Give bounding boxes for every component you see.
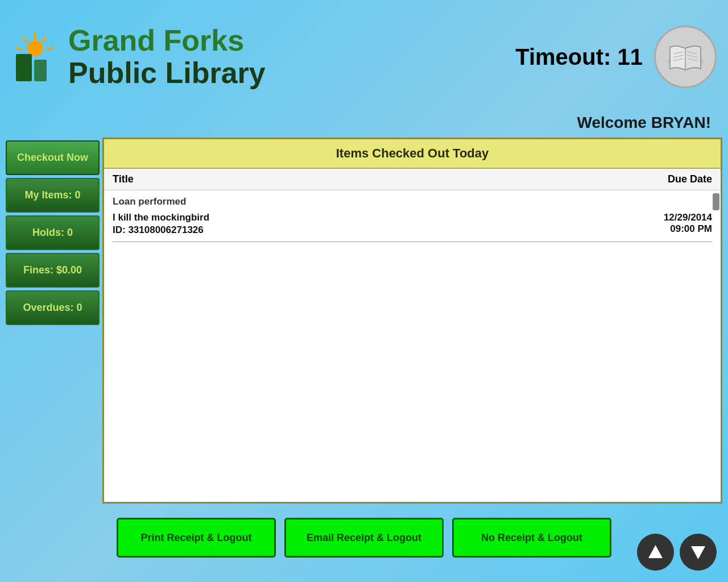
loan-item-due: 12/29/2014 09:00 PM xyxy=(664,212,712,235)
svg-rect-7 xyxy=(34,60,47,81)
logo-area: Grand Forks Public Library xyxy=(11,24,266,89)
sidebar-item-fines[interactable]: Fines: $0.00 xyxy=(6,253,100,288)
svg-line-2 xyxy=(16,47,23,50)
loan-section-header: Loan performed xyxy=(113,196,712,207)
loan-item: I kill the mockingbird ID: 3310800627132… xyxy=(113,212,712,236)
loan-item-title: I kill the mockingbird xyxy=(113,212,209,223)
sidebar-item-overdues[interactable]: Overdues: 0 xyxy=(6,290,100,325)
sidebar-item-checkout-now[interactable]: Checkout Now xyxy=(6,140,100,175)
content-panel: Items Checked Out Today Title Due Date L… xyxy=(102,138,722,504)
timeout-display: Timeout: 11 xyxy=(515,44,643,70)
sidebar-item-my-items[interactable]: My Items: 0 xyxy=(6,178,100,213)
header-right: Timeout: 11 xyxy=(515,26,717,88)
nav-arrows xyxy=(637,534,717,571)
svg-marker-16 xyxy=(648,545,663,558)
open-book-icon xyxy=(664,36,707,78)
down-arrow-icon xyxy=(688,542,708,562)
svg-line-3 xyxy=(42,37,47,43)
welcome-message: Welcome BRYAN! xyxy=(0,114,728,138)
loan-item-info: I kill the mockingbird ID: 3310800627132… xyxy=(113,212,209,236)
bottom-bar: Print Receipt & Logout Email Receipt & L… xyxy=(0,509,728,566)
loan-due-time: 09:00 PM xyxy=(664,223,712,235)
svg-line-1 xyxy=(23,37,27,43)
scrollbar[interactable] xyxy=(713,193,719,210)
library-name-line1: Grand Forks xyxy=(68,24,266,57)
sidebar-item-holds[interactable]: Holds: 0 xyxy=(6,215,100,250)
up-arrow-icon xyxy=(646,542,665,562)
email-receipt-button[interactable]: Email Receipt & Logout xyxy=(284,518,444,558)
item-divider xyxy=(113,242,712,242)
library-name-line2: Public Library xyxy=(68,57,266,89)
print-receipt-button[interactable]: Print Receipt & Logout xyxy=(117,518,276,558)
svg-point-5 xyxy=(27,40,43,56)
library-name: Grand Forks Public Library xyxy=(68,24,266,89)
header: Grand Forks Public Library Timeout: 11 xyxy=(0,0,728,114)
scroll-down-button[interactable] xyxy=(680,534,717,571)
col-title: Title xyxy=(113,173,134,185)
items-list: Loan performed I kill the mockingbird ID… xyxy=(104,190,721,502)
scroll-up-button[interactable] xyxy=(637,534,674,571)
loan-due-date: 12/29/2014 xyxy=(664,212,712,223)
panel-title: Items Checked Out Today xyxy=(104,139,721,169)
no-receipt-button[interactable]: No Receipt & Logout xyxy=(452,518,611,558)
loan-item-id: ID: 33108006271326 xyxy=(113,225,209,236)
sidebar: Checkout Now My Items: 0 Holds: 0 Fines:… xyxy=(6,138,100,504)
svg-line-4 xyxy=(47,47,53,50)
svg-marker-17 xyxy=(691,546,705,559)
library-logo-icon xyxy=(11,30,60,84)
col-due-date: Due Date xyxy=(668,173,712,185)
book-icon xyxy=(654,26,717,88)
main-area: Checkout Now My Items: 0 Holds: 0 Fines:… xyxy=(0,138,728,509)
svg-rect-6 xyxy=(16,54,32,81)
column-headers: Title Due Date xyxy=(104,169,721,190)
